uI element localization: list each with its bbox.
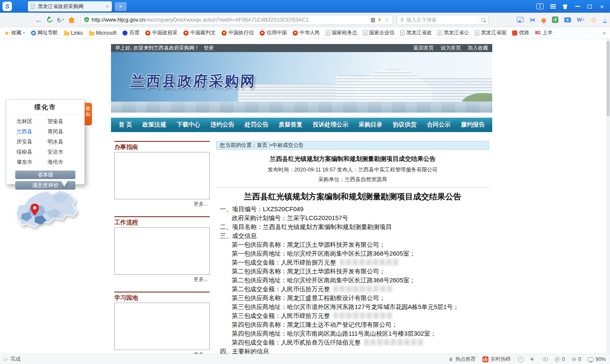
more-link[interactable]: 更多...: [114, 350, 210, 354]
city-link[interactable]: 北林区: [17, 118, 47, 125]
city-link[interactable]: 海伦市: [47, 159, 78, 166]
scrollbar-thumb[interactable]: [607, 41, 610, 116]
accelerator-counter[interactable]: ⊕ 0: [571, 356, 581, 362]
breadcrumb[interactable]: 您当前的位置：首页 >中标成交公告: [216, 141, 489, 150]
login-link[interactable]: 登录: [204, 44, 214, 52]
bookmark-item[interactable]: Microsoft: [89, 30, 117, 36]
province-map[interactable]: [10, 188, 81, 234]
menu-icon[interactable]: [550, 3, 556, 10]
city-link[interactable]: 肇东市: [17, 159, 47, 166]
home-button[interactable]: [66, 14, 77, 25]
collapse-panel-tab[interactable]: 收起: [85, 103, 92, 125]
nav-item-download[interactable]: 下载中心: [177, 121, 200, 129]
zoom-control[interactable]: 90%: [588, 356, 606, 362]
city-link[interactable]: 庆安县: [17, 138, 47, 146]
docs-tool-icon[interactable]: W▾: [577, 17, 584, 23]
bookmark-item[interactable]: 网址导航: [31, 29, 58, 36]
more-link[interactable]: 更多...: [114, 199, 210, 208]
translate-icon[interactable]: 译: [552, 17, 558, 23]
video-center-icon[interactable]: [564, 17, 571, 22]
skin-theme-icon[interactable]: [562, 3, 568, 10]
adblock-counter[interactable]: 0: [555, 356, 565, 362]
bookmark-item[interactable]: 8G上半: [535, 29, 552, 36]
nav-item-complaint[interactable]: 投诉处理公示: [313, 121, 348, 129]
close-button[interactable]: ×: [599, 3, 605, 10]
bookmark-item[interactable]: 百度: [122, 29, 139, 36]
address-bar[interactable]: http://www.hljcg.gov.cn/xwzs!queryOneXwx…: [80, 15, 393, 25]
notification-icon[interactable]: [541, 18, 546, 22]
vertical-scrollbar[interactable]: [606, 39, 610, 354]
city-link[interactable]: 绥棱县: [17, 149, 47, 156]
zoom-level: 90%: [596, 356, 606, 362]
download-manager-icon[interactable]: ↓: [603, 17, 607, 23]
back-home-link[interactable]: 返回首页: [413, 44, 434, 52]
bookmark-favorites[interactable]: ★ 收藏 ▾: [4, 29, 25, 36]
sound-icon[interactable]: [530, 357, 535, 361]
city-link-active[interactable]: 兰西县: [17, 128, 47, 135]
bookmark-item[interactable]: 黑龙江省公: [438, 29, 469, 36]
city-link[interactable]: 明水县: [47, 138, 78, 146]
bookmark-item[interactable]: 国家税务总: [326, 29, 357, 36]
bookmark-label: 黑龙江省政: [406, 29, 432, 36]
city-link[interactable]: 青冈县: [47, 128, 78, 135]
bookmark-item[interactable]: 中国政府采: [145, 29, 177, 36]
nav-item-punishment[interactable]: 处罚公告: [245, 121, 269, 129]
security-check-icon[interactable]: ✓: [518, 356, 524, 362]
home-icon: [69, 19, 74, 23]
play-icon[interactable]: ▷: [4, 356, 8, 362]
undo-navigation-button[interactable]: ▾: [55, 14, 66, 25]
bookmark-item[interactable]: Links: [64, 30, 83, 36]
more-link[interactable]: 更多...: [114, 275, 210, 283]
province-level-button[interactable]: 省本级: [15, 171, 75, 179]
qr-code-icon[interactable]: ▦: [370, 17, 375, 23]
city-link[interactable]: 安达市: [47, 149, 78, 156]
bookmark-item[interactable]: 优路: [512, 29, 529, 36]
article-line: 四、主要标的信息: [220, 347, 489, 354]
bookmark-item[interactable]: 黑龙江省政: [400, 29, 432, 36]
add-favorite-link[interactable]: 加入收藏: [468, 44, 488, 52]
nav-item-home[interactable]: 首 页: [119, 121, 132, 129]
speed-mode-lightning-icon[interactable]: [378, 17, 381, 22]
new-tab-button[interactable]: +: [115, 2, 127, 11]
url-domain: http://www.hljcg.gov.cn: [92, 17, 145, 23]
city-link[interactable]: 望奎县: [47, 118, 78, 125]
tab-close-icon[interactable]: ×: [105, 3, 109, 10]
bookmarks-overflow-chevron[interactable]: »: [603, 30, 606, 36]
nav-item-policy[interactable]: 政策法规: [142, 121, 166, 129]
navigation-toolbar: ← ▾ http://www.hljcg.gov.cn/xwzs!queryOn…: [0, 13, 610, 27]
back-button[interactable]: ←: [33, 14, 44, 25]
screenshot-scissors-icon[interactable]: [530, 17, 535, 22]
bookmark-item[interactable]: 国家企业信: [363, 29, 394, 36]
hot-board-toggle[interactable]: 实时热榜: [482, 356, 511, 363]
game-center-icon[interactable]: ☺: [590, 17, 597, 23]
nav-item-catalog[interactable]: 采购目录: [359, 121, 383, 129]
maximize-button[interactable]: [587, 3, 593, 10]
minimize-button[interactable]: [574, 3, 580, 10]
search-input[interactable]: [406, 17, 476, 23]
browser-tab[interactable]: 黑龙江省政府采购网 ×: [28, 1, 112, 11]
nav-item-agreement[interactable]: 协议供货: [393, 121, 416, 129]
bookmark-item[interactable]: 信用中国: [260, 29, 287, 36]
bookmark-label: 网址导航: [38, 29, 58, 36]
session-count-badge[interactable]: 1: [536, 3, 543, 9]
search-box[interactable]: S: [396, 15, 489, 25]
message-icon[interactable]: [542, 357, 548, 361]
divider: [478, 17, 479, 23]
nav-item-performance[interactable]: 履约报告: [461, 121, 485, 129]
nav-item-contract[interactable]: 合同公示: [427, 121, 451, 129]
nav-item-query-reply[interactable]: 质疑答复: [279, 121, 302, 129]
picture-tool-icon[interactable]: [517, 17, 524, 22]
sogou-logo-icon[interactable]: S: [3, 2, 12, 11]
bookmark-item[interactable]: 中国执行信: [222, 29, 254, 36]
browser-window: S 黑龙江省政府采购网 × + 1 × ← ▾ ht: [0, 0, 610, 364]
nav-item-breach[interactable]: 违约公告: [211, 121, 234, 129]
bookmark-item[interactable]: 黑龙江省国: [475, 29, 506, 36]
set-home-link[interactable]: 设为首页: [441, 44, 461, 52]
hot-recommend-toggle[interactable]: 热点推荐: [449, 356, 476, 363]
search-magnifier-icon[interactable]: [481, 18, 485, 22]
bookmark-item[interactable]: 中华人民: [293, 29, 320, 36]
refresh-button[interactable]: [44, 14, 55, 25]
gov-emblem-icon: [293, 30, 298, 36]
favorite-star-icon[interactable]: ☆: [384, 17, 389, 23]
bookmark-item[interactable]: 中国裁判文: [183, 29, 216, 36]
